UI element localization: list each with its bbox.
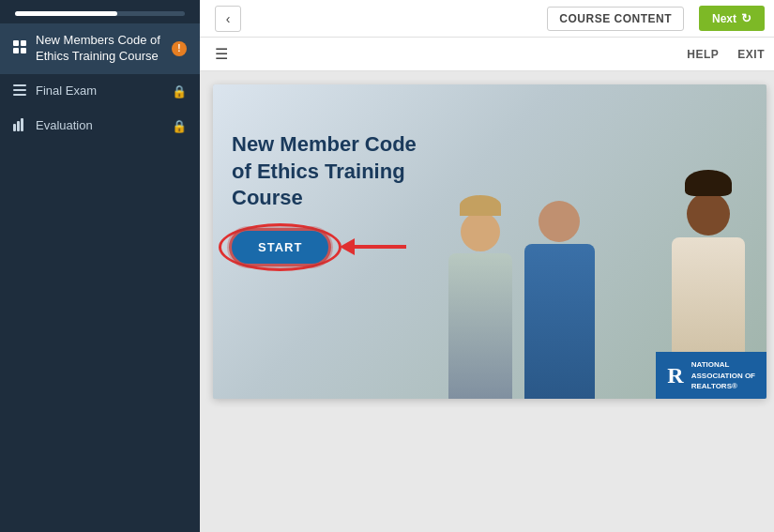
nar-line1: NATIONAL	[691, 359, 755, 370]
help-link[interactable]: HELP	[687, 48, 719, 61]
nar-logo: R NATIONAL ASSOCIATION OF REALTORS®	[656, 352, 766, 399]
course-area: New Member Code of Ethics Training Cours…	[200, 71, 774, 532]
sidebar: New Members Code of Ethics Training Cour…	[0, 0, 200, 532]
svg-rect-0	[13, 40, 19, 46]
progress-bar-container	[0, 0, 200, 23]
svg-rect-2	[13, 48, 19, 53]
svg-rect-9	[21, 118, 23, 131]
person-left	[443, 191, 518, 399]
svg-rect-1	[21, 40, 26, 46]
info-badge: !	[172, 41, 187, 56]
next-icon: ↻	[741, 11, 751, 25]
lock-badge-evaluation: 🔒	[172, 119, 187, 133]
main-content: ‹ COURSE CONTENT Next ↻ ☰ HELP EXIT	[200, 0, 774, 532]
grid-icon	[13, 40, 26, 56]
lock-badge-final-exam: 🔒	[172, 84, 187, 99]
top-nav: ‹ COURSE CONTENT Next ↻	[200, 0, 774, 38]
sidebar-item-final-exam-label: Final Exam	[36, 84, 166, 99]
top-nav-right: COURSE CONTENT Next ↻	[547, 6, 765, 31]
chart-icon	[13, 118, 26, 134]
start-btn-container: START	[232, 231, 438, 264]
slide-text-content: New Member Code of Ethics Training Cours…	[232, 131, 438, 264]
svg-rect-6	[13, 94, 26, 96]
svg-rect-3	[21, 48, 26, 53]
nar-line3: REALTORS®	[691, 381, 755, 391]
person-middle	[522, 201, 597, 399]
start-arrow	[340, 238, 406, 255]
sidebar-item-evaluation-label: Evaluation	[36, 118, 166, 134]
course-slide: New Member Code of Ethics Training Cours…	[213, 84, 766, 399]
svg-rect-7	[13, 124, 16, 131]
hamburger-icon[interactable]: ☰	[215, 45, 228, 63]
sidebar-item-evaluation[interactable]: Evaluation 🔒	[0, 109, 200, 144]
progress-track	[15, 11, 185, 16]
svg-rect-8	[17, 121, 20, 131]
sidebar-item-new-members-badge: !	[172, 41, 187, 56]
sidebar-item-new-members-label: New Members Code of Ethics Training Cour…	[36, 33, 166, 65]
top-nav-left: ‹	[215, 6, 241, 32]
svg-rect-4	[13, 84, 26, 86]
nar-logo-text: NATIONAL ASSOCIATION OF REALTORS®	[691, 359, 755, 391]
arrow-head	[340, 238, 355, 255]
start-button-wrapper: START	[232, 231, 328, 264]
arrow-shaft	[355, 245, 406, 249]
back-button[interactable]: ‹	[215, 6, 241, 32]
exit-link[interactable]: EXIT	[737, 48, 765, 61]
nar-line2: ASSOCIATION OF	[691, 371, 755, 381]
svg-rect-5	[13, 89, 26, 91]
next-button[interactable]: Next ↻	[699, 6, 765, 31]
list-icon	[13, 84, 26, 99]
secondary-nav: ☰ HELP EXIT	[200, 38, 774, 71]
course-content-button[interactable]: COURSE CONTENT	[547, 7, 684, 31]
start-button[interactable]: START	[232, 231, 328, 264]
secondary-nav-right: HELP EXIT	[687, 48, 765, 61]
progress-fill	[15, 11, 117, 16]
next-label: Next	[712, 12, 736, 25]
sidebar-item-final-exam[interactable]: Final Exam 🔒	[0, 74, 200, 109]
slide-title: New Member Code of Ethics Training Cours…	[232, 131, 438, 212]
sidebar-item-new-members[interactable]: New Members Code of Ethics Training Cour…	[0, 23, 200, 74]
nar-r-letter: R	[667, 363, 683, 388]
